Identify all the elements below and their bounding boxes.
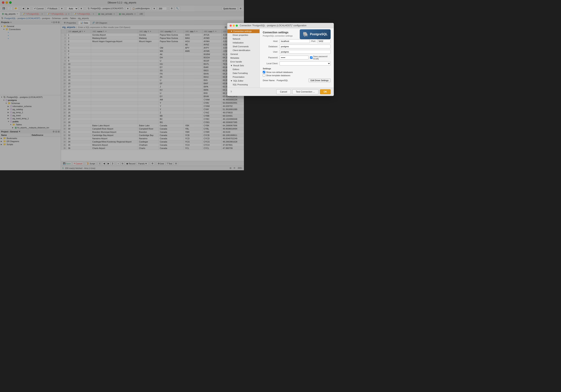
modal-nav-result-sets[interactable]: ▼ Result Sets <box>227 64 244 67</box>
modal-nav-presentation[interactable]: Presentation <box>227 75 244 79</box>
modal-nav-driver[interactable]: Driver properties <box>227 33 244 37</box>
modal-nav-data-fmt[interactable]: Data Formatting <box>227 71 244 75</box>
modal-nav-editors[interactable]: Editors <box>227 67 244 71</box>
nav-sql-arrow: ▼ <box>230 80 232 82</box>
modal-nav-sql-proc[interactable]: SQL Processing <box>227 83 244 86</box>
modal-nav-error[interactable]: Error handle <box>227 60 244 64</box>
modal-footer: ? Cancel Test Connection ... OK <box>227 88 244 96</box>
modal-traffic-lights[interactable] <box>230 25 238 27</box>
modal-nav-shell[interactable]: Shell Commands <box>227 44 244 48</box>
modal-titlebar: Connection "PostgreSQL - postgres (LOCAL… <box>227 23 244 28</box>
modal-title: Connection "PostgreSQL - postgres (LOCAL… <box>240 24 244 27</box>
modal-nav-metadata[interactable]: Metadata <box>227 56 244 60</box>
modal-max-btn[interactable] <box>236 25 238 27</box>
modal-nav-network[interactable]: Network <box>227 37 244 41</box>
modal-nav-client-id[interactable]: Client identification <box>227 48 244 52</box>
help-icon[interactable]: ? <box>230 90 232 93</box>
modal-close-btn[interactable] <box>230 25 232 27</box>
nav-arrow: ▼ <box>230 30 232 32</box>
modal-body: ▼ Connection settings Driver properties … <box>227 28 244 88</box>
modal-overlay: Connection "PostgreSQL - postgres (LOCAL… <box>0 0 244 170</box>
modal-nav-init[interactable]: Initialization <box>227 41 244 44</box>
connection-modal: Connection "PostgreSQL - postgres (LOCAL… <box>227 23 244 96</box>
modal-nav-general[interactable]: General <box>227 52 244 56</box>
modal-nav-conn-settings[interactable]: ▼ Connection settings <box>227 29 244 33</box>
modal-nav-sql-editor[interactable]: ▼ SQL Editor <box>227 79 244 83</box>
modal-min-btn[interactable] <box>233 25 235 27</box>
modal-left-nav: ▼ Connection settings Driver properties … <box>227 28 244 88</box>
nav-rs-arrow: ▼ <box>230 64 232 67</box>
